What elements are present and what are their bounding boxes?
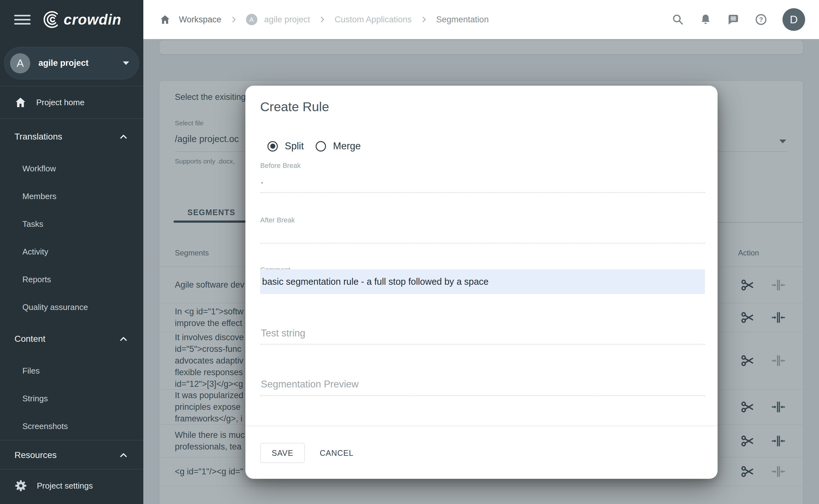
- crowdin-logo-icon: [41, 10, 60, 29]
- breadcrumb-project-avatar: A: [246, 14, 257, 25]
- svg-text:?: ?: [759, 16, 763, 23]
- modal-title: Create Rule: [260, 100, 329, 114]
- cancel-button[interactable]: CANCEL: [313, 443, 360, 463]
- home-breadcrumb-icon[interactable]: [159, 14, 171, 25]
- crowdin-logo-text: crowdin: [64, 11, 121, 28]
- radio-merge-control: [316, 141, 326, 152]
- sidebar-item-files[interactable]: Files: [0, 357, 143, 385]
- sidebar-item-project-home[interactable]: Project home: [0, 86, 143, 118]
- chevron-right-icon: [318, 15, 326, 24]
- before-break-input[interactable]: .: [261, 169, 263, 192]
- top-header: WorkspaceAagile projectCustom Applicatio…: [143, 0, 819, 39]
- before-break-label: Before Break: [260, 162, 301, 170]
- bell-icon[interactable]: [699, 13, 712, 26]
- chevron-up-icon: [118, 334, 129, 344]
- crowdin-app: crowdin A agile project Project home Tra…: [0, 0, 819, 504]
- sidebar-item-project-settings[interactable]: Project settings: [0, 469, 143, 502]
- breadcrumb: WorkspaceAagile projectCustom Applicatio…: [159, 14, 489, 25]
- sidebar-section-resources[interactable]: Resources: [0, 440, 143, 470]
- search-icon[interactable]: [672, 13, 684, 26]
- test-string-input[interactable]: Test string: [261, 328, 305, 339]
- sidebar-item-quality-assurance[interactable]: Quality assurance: [0, 293, 143, 321]
- radio-split[interactable]: Split: [267, 140, 304, 152]
- modal-footer-divider: [245, 426, 718, 426]
- project-selector[interactable]: A agile project: [4, 47, 139, 79]
- help-icon[interactable]: ?: [755, 13, 767, 26]
- user-avatar[interactable]: D: [782, 8, 805, 31]
- chevron-up-icon: [118, 450, 129, 461]
- segmentation-preview-input[interactable]: Segmentation Preview: [261, 379, 358, 390]
- chevron-right-icon: [230, 15, 238, 24]
- chat-icon[interactable]: [727, 13, 740, 26]
- home-icon: [14, 96, 27, 109]
- radio-split-control: [267, 141, 278, 152]
- project-name: agile project: [38, 58, 123, 68]
- sidebar-item-reports[interactable]: Reports: [0, 266, 143, 293]
- after-break-input[interactable]: [260, 243, 705, 243]
- sidebar-nav: TranslationsWorkflowMembersTasksActivity…: [0, 119, 143, 470]
- hamburger-menu-icon[interactable]: [14, 15, 31, 25]
- comment-value: basic segmentation rule - a full stop fo…: [260, 277, 489, 287]
- breadcrumb-item-agile-project[interactable]: agile project: [264, 15, 310, 25]
- sidebar-section-content[interactable]: Content: [0, 321, 143, 357]
- sidebar-item-workflow[interactable]: Workflow: [0, 155, 143, 182]
- save-button[interactable]: SAVE: [260, 443, 305, 463]
- chevron-up-icon: [118, 131, 129, 142]
- header-actions: ? D: [672, 8, 805, 31]
- breadcrumb-item-workspace[interactable]: Workspace: [179, 15, 221, 25]
- breadcrumb-item-custom-applications[interactable]: Custom Applications: [335, 15, 412, 25]
- breadcrumb-item-segmentation: Segmentation: [436, 15, 489, 25]
- after-break-label: After Break: [260, 216, 295, 224]
- sidebar-item-members[interactable]: Members: [0, 182, 143, 210]
- sidebar-item-screenshots[interactable]: Screenshots: [0, 412, 143, 440]
- sidebar-section-translations[interactable]: Translations: [0, 119, 143, 155]
- project-avatar: A: [10, 53, 30, 73]
- gear-icon: [14, 479, 27, 492]
- chevron-right-icon: [420, 15, 428, 24]
- sidebar: crowdin A agile project Project home Tra…: [0, 0, 143, 504]
- rule-type-radio-group: Split Merge: [267, 138, 361, 154]
- sidebar-item-activity[interactable]: Activity: [0, 238, 143, 266]
- sidebar-top: crowdin: [0, 0, 143, 39]
- sidebar-item-strings[interactable]: Strings: [0, 385, 143, 412]
- comment-input[interactable]: basic segmentation rule - a full stop fo…: [260, 269, 705, 294]
- chevron-down-icon: [123, 61, 129, 65]
- radio-merge[interactable]: Merge: [316, 140, 361, 152]
- create-rule-modal: Create Rule Split Merge Before Break . A…: [245, 86, 718, 479]
- crowdin-logo[interactable]: crowdin: [41, 10, 121, 29]
- sidebar-item-tasks[interactable]: Tasks: [0, 210, 143, 238]
